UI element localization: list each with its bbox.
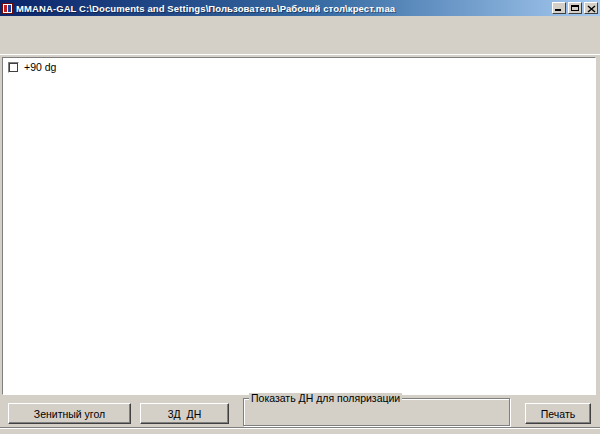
checkbox-label: +90 dg	[24, 61, 56, 73]
window-controls	[552, 2, 598, 14]
menu-bar	[0, 16, 600, 28]
status-bar	[0, 427, 600, 434]
window-title: MMANA-GAL C:\Documents and Settings\Поль…	[16, 3, 552, 14]
polarization-groupbox: Показать ДН для поляризации	[243, 398, 510, 426]
minimize-button[interactable]	[552, 2, 566, 14]
app-icon	[2, 3, 13, 14]
print-button[interactable]: Печать	[525, 403, 591, 424]
zenith-angle-button[interactable]: Зенитный угол	[8, 403, 131, 424]
polarization-groupbox-label: Показать ДН для поляризации	[249, 393, 402, 404]
3d-pattern-button[interactable]: 3Д ДН	[140, 403, 229, 424]
tab-content: +90 dg Зенитный угол 3Д ДН Показать ДН д…	[0, 54, 600, 434]
mmana-gal-window: { "window": { "title": "MMANA-GAL C:\\Do…	[0, 0, 600, 434]
maximize-button[interactable]	[568, 2, 582, 14]
bottom-bar: Зенитный угол 3Д ДН Показать ДН для поля…	[0, 395, 600, 428]
radiation-pattern-charts	[3, 58, 597, 396]
title-bar: MMANA-GAL C:\Documents and Settings\Поль…	[0, 0, 600, 16]
checkbox-check-icon	[8, 62, 19, 73]
close-button[interactable]	[584, 2, 598, 14]
plot-panel: +90 dg	[2, 57, 596, 395]
toolbar	[0, 28, 600, 41]
plus90-checkbox[interactable]: +90 dg	[8, 61, 56, 73]
